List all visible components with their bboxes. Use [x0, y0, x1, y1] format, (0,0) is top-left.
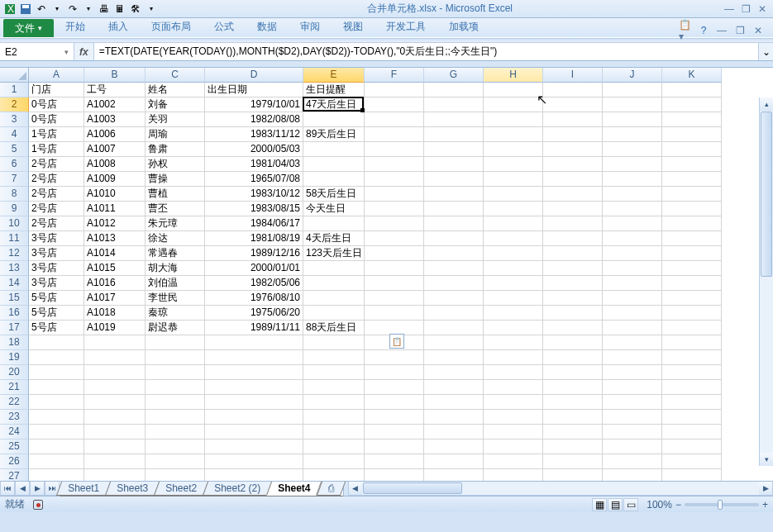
row-header[interactable]: 25	[0, 439, 29, 454]
cell[interactable]	[84, 410, 146, 425]
cell[interactable]	[484, 276, 543, 291]
cell[interactable]	[365, 410, 424, 425]
cell[interactable]	[662, 246, 722, 261]
column-header[interactable]: F	[365, 68, 424, 83]
cell[interactable]	[662, 439, 722, 454]
cell[interactable]	[662, 410, 722, 425]
cell[interactable]	[603, 306, 662, 321]
cell[interactable]	[424, 172, 484, 187]
row-header[interactable]: 12	[0, 246, 29, 261]
row-header[interactable]: 7	[0, 172, 29, 187]
cell[interactable]: A1019	[84, 321, 146, 335]
cell[interactable]: 1981/04/03	[205, 157, 303, 172]
cell[interactable]	[662, 350, 722, 365]
cell[interactable]	[484, 380, 543, 395]
cell[interactable]	[303, 172, 365, 187]
row-header[interactable]: 11	[0, 231, 29, 246]
cell[interactable]: 2号店	[29, 187, 84, 202]
sheet-tab[interactable]: Sheet2 (2)	[203, 482, 272, 496]
cell[interactable]	[84, 350, 146, 365]
cell[interactable]: 尉迟恭	[146, 321, 205, 335]
cell[interactable]: 1975/06/20	[205, 306, 303, 321]
ribbon-tab[interactable]: 视图	[332, 17, 375, 37]
cell[interactable]	[484, 425, 543, 439]
cell[interactable]	[146, 469, 205, 481]
column-header[interactable]: I	[543, 68, 603, 83]
cell[interactable]	[484, 112, 543, 127]
row-header[interactable]: 1	[0, 83, 29, 97]
cell[interactable]	[543, 321, 603, 335]
cell[interactable]	[365, 261, 424, 276]
cell[interactable]	[84, 380, 146, 395]
cell[interactable]: 5号店	[29, 306, 84, 321]
cell[interactable]	[543, 365, 603, 380]
cell[interactable]: 2号店	[29, 157, 84, 172]
sheet-nav-next-icon[interactable]: ▶	[30, 482, 45, 496]
cell[interactable]	[603, 142, 662, 157]
column-header[interactable]: K	[662, 68, 722, 83]
row-header[interactable]: 17	[0, 321, 29, 335]
cell[interactable]	[29, 454, 84, 469]
cell[interactable]	[603, 112, 662, 127]
cell[interactable]	[146, 365, 205, 380]
cell[interactable]	[303, 469, 365, 481]
row-header[interactable]: 9	[0, 202, 29, 216]
zoom-slider[interactable]	[685, 503, 759, 506]
cell[interactable]	[303, 291, 365, 306]
cell[interactable]	[543, 261, 603, 276]
cell[interactable]	[662, 231, 722, 246]
cell[interactable]: A1011	[84, 202, 146, 216]
column-header[interactable]: J	[603, 68, 662, 83]
cell[interactable]: 1983/11/12	[205, 127, 303, 142]
cell[interactable]	[603, 97, 662, 112]
cell[interactable]: 2号店	[29, 172, 84, 187]
ribbon-tab[interactable]: 加载项	[437, 17, 490, 37]
cell[interactable]	[484, 261, 543, 276]
cell[interactable]	[424, 187, 484, 202]
workbook-close-icon[interactable]: ✕	[752, 24, 765, 37]
cell[interactable]: 3号店	[29, 261, 84, 276]
horizontal-scroll-thumb[interactable]	[363, 482, 462, 494]
cell[interactable]	[662, 112, 722, 127]
row-header[interactable]: 14	[0, 276, 29, 291]
cell[interactable]	[484, 410, 543, 425]
cell[interactable]	[365, 231, 424, 246]
cell[interactable]	[662, 335, 722, 350]
cell[interactable]	[603, 202, 662, 216]
row-header[interactable]: 27	[0, 469, 29, 481]
cell[interactable]	[484, 172, 543, 187]
cell[interactable]	[603, 216, 662, 231]
zoom-out-icon[interactable]: −	[675, 499, 681, 511]
cell[interactable]	[603, 469, 662, 481]
zoom-level[interactable]: 100%	[647, 499, 672, 511]
cell[interactable]	[84, 425, 146, 439]
cell[interactable]	[603, 261, 662, 276]
workbook-minimize-icon[interactable]: —	[715, 24, 728, 37]
row-header[interactable]: 3	[0, 112, 29, 127]
cell[interactable]	[662, 142, 722, 157]
row-header[interactable]: 18	[0, 335, 29, 350]
row-header[interactable]: 2	[0, 97, 29, 112]
cell[interactable]	[603, 157, 662, 172]
cell[interactable]	[424, 142, 484, 157]
cell[interactable]: 1982/08/08	[205, 112, 303, 127]
cell[interactable]	[543, 335, 603, 350]
cell[interactable]	[603, 231, 662, 246]
cell[interactable]: 曹操	[146, 172, 205, 187]
cell[interactable]: A1008	[84, 157, 146, 172]
cell[interactable]: A1012	[84, 216, 146, 231]
sheet-nav-prev-icon[interactable]: ◀	[15, 482, 30, 496]
expand-formula-icon[interactable]: ⌄	[758, 43, 773, 60]
cell[interactable]	[365, 157, 424, 172]
cell[interactable]: 1982/05/06	[205, 276, 303, 291]
cell[interactable]	[543, 350, 603, 365]
cell[interactable]	[303, 112, 365, 127]
cell[interactable]: 1984/06/17	[205, 216, 303, 231]
cell[interactable]	[662, 291, 722, 306]
row-header[interactable]: 5	[0, 142, 29, 157]
cell[interactable]	[424, 410, 484, 425]
cell[interactable]	[424, 454, 484, 469]
cell[interactable]	[662, 202, 722, 216]
ribbon-tab[interactable]: 插入	[97, 17, 140, 37]
cell[interactable]: A1006	[84, 127, 146, 142]
